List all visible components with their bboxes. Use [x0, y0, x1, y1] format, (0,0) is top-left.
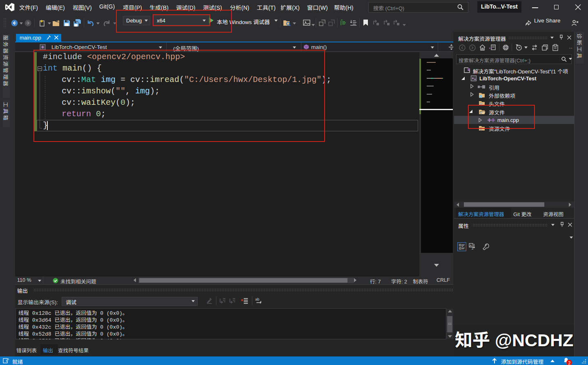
svg-text:ab: ab	[255, 297, 259, 301]
